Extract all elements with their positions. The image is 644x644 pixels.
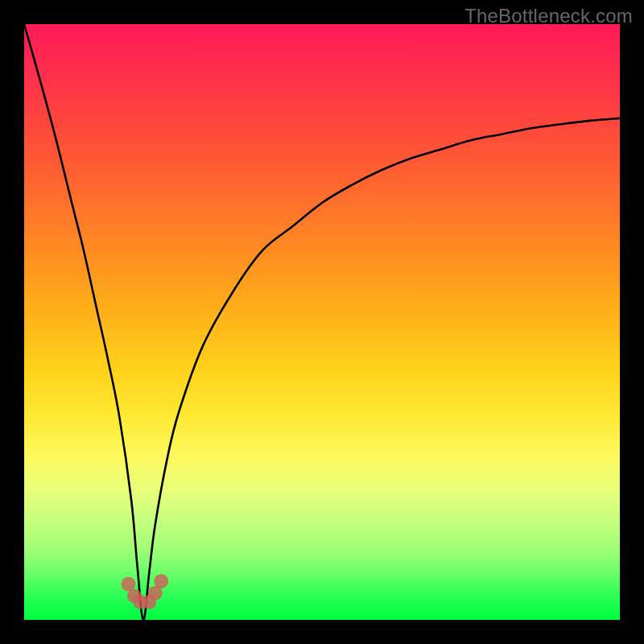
plot-area <box>24 24 620 620</box>
valley-dot <box>154 574 168 588</box>
chart-svg <box>24 24 620 620</box>
valley-markers <box>122 574 169 609</box>
watermark-text: TheBottleneck.com <box>464 5 633 27</box>
chart-outer-frame: TheBottleneck.com <box>0 0 644 644</box>
bottleneck-curve-path <box>24 24 620 620</box>
